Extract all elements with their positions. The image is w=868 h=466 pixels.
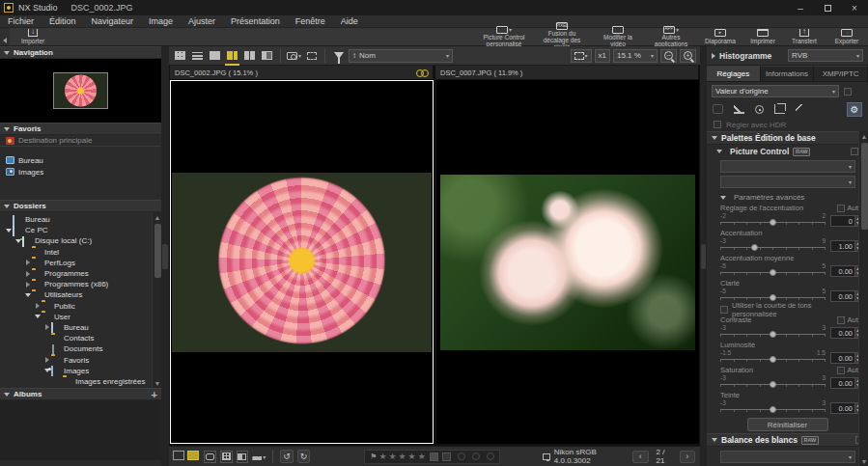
slider-value-input[interactable]: 0.00 xyxy=(830,327,855,339)
tab-informations[interactable]: Informations xyxy=(761,66,815,81)
star-icon[interactable]: ★ xyxy=(388,452,396,461)
rotate-right-button[interactable]: ↻ xyxy=(297,450,311,463)
sort-dropdown[interactable]: ↕ Nom ▾ xyxy=(349,49,453,63)
tree-item-intel[interactable]: Intel xyxy=(0,247,152,258)
splitter-grip[interactable] xyxy=(162,244,168,269)
slider-value-input[interactable]: 1.00 xyxy=(830,240,855,252)
tab-xmp-iptc[interactable]: XMP/IPTC xyxy=(814,66,868,81)
scroll-up-icon[interactable]: ▲ xyxy=(153,212,161,222)
thumbnail-grid-view-button[interactable] xyxy=(173,49,187,62)
expand-closed-icon[interactable] xyxy=(26,271,30,277)
settings-gear-button[interactable]: ⚙ xyxy=(847,102,862,117)
slider-thumb[interactable] xyxy=(770,406,776,413)
filmstrip-view-button[interactable] xyxy=(225,49,239,62)
scroll-down-icon[interactable]: ▼ xyxy=(859,456,868,466)
star-icon[interactable]: ★ xyxy=(378,452,386,461)
expand-open-icon[interactable] xyxy=(25,293,31,297)
tree-item-user-bureau[interactable]: Bureau xyxy=(0,322,152,333)
list-view-button[interactable] xyxy=(190,49,205,62)
expand-closed-icon[interactable] xyxy=(26,260,30,265)
right-panel-scrollbar[interactable]: ▲ ▼ xyxy=(858,131,868,466)
tree-item-documents[interactable]: Documents xyxy=(0,343,152,354)
auto-checkbox[interactable] xyxy=(837,367,845,374)
menu-edition[interactable]: Édition xyxy=(42,15,84,28)
slider-thumb[interactable] xyxy=(770,219,776,226)
tone-curve-checkbox[interactable] xyxy=(720,306,728,314)
preset-dropdown[interactable]: Valeur d'origine ▾ xyxy=(712,85,839,97)
right-splitter[interactable] xyxy=(700,46,707,466)
channel-dropdown[interactable]: RVB ▾ xyxy=(788,49,863,62)
picture-control-checkbox[interactable] xyxy=(851,148,858,155)
slider-thumb[interactable] xyxy=(770,381,776,388)
pane2-header[interactable]: DSC_0007.JPG ( 11.9% ) xyxy=(435,66,698,79)
expand-closed-icon[interactable] xyxy=(45,357,49,363)
slider-thumb[interactable] xyxy=(770,356,776,363)
slider-track[interactable] xyxy=(720,384,826,385)
label-toggle[interactable] xyxy=(442,452,451,461)
auto-checkbox[interactable] xyxy=(837,316,845,324)
zoom-100-button[interactable]: x1 xyxy=(595,49,610,63)
tree-item-bureau[interactable]: Bureau xyxy=(0,214,152,225)
menu-ajuster[interactable]: Ajuster xyxy=(181,15,223,28)
rotate-left-button[interactable]: ↺ xyxy=(280,450,294,463)
auto-checkbox[interactable] xyxy=(837,205,845,212)
menu-image[interactable]: Image xyxy=(141,15,181,28)
retouch-brush-icon[interactable] xyxy=(734,104,744,114)
info-toggle-button[interactable] xyxy=(204,451,216,463)
albums-panel-header[interactable]: Albums + xyxy=(0,388,161,400)
tree-item-favoris[interactable]: Favoris xyxy=(0,354,152,365)
filter-button[interactable] xyxy=(331,49,346,62)
navigation-panel-header[interactable]: Navigation xyxy=(0,46,161,59)
folder-tree-scrollbar[interactable]: ▲ ▼ xyxy=(152,212,161,388)
picture-control-dropdown-2[interactable]: ▾ xyxy=(720,176,855,188)
slider-thumb[interactable] xyxy=(770,269,776,276)
menu-presentation[interactable]: Présentation xyxy=(223,15,288,28)
pane2[interactable] xyxy=(436,80,699,444)
tree-item-utilisateurs[interactable]: Utilisateurs xyxy=(0,289,152,300)
tree-item-images-enregistrees[interactable]: Images enregistrées xyxy=(0,376,152,387)
tree-item-contacts[interactable]: Contacts xyxy=(0,333,152,343)
favorites-panel-header[interactable]: Favoris xyxy=(0,123,161,135)
import-button[interactable]: ↓ Importer xyxy=(10,28,56,45)
single-view-button[interactable] xyxy=(208,49,222,62)
tab-reglages[interactable]: Réglages xyxy=(707,66,761,81)
white-balance-dropdown[interactable]: ▾ xyxy=(720,451,855,463)
scroll-up-icon[interactable]: ▲ xyxy=(859,131,868,141)
star-icon[interactable]: ★ xyxy=(408,452,416,461)
advanced-params-header[interactable]: Paramètres avancés xyxy=(707,191,868,204)
expand-closed-icon[interactable] xyxy=(45,324,49,330)
edit-video-button[interactable]: Modifier la vidéo xyxy=(592,28,644,45)
restore-button[interactable] xyxy=(814,0,841,15)
slider-value-input[interactable]: 0.00 xyxy=(830,377,855,389)
grid-toggle-button[interactable] xyxy=(220,451,233,463)
zoom-in-button[interactable]: + xyxy=(680,49,696,63)
tree-item-disque-c[interactable]: Disque local (C:) xyxy=(0,235,152,246)
export-button[interactable]: → Exporter xyxy=(826,28,868,45)
expand-closed-icon[interactable] xyxy=(26,282,30,288)
navigation-thumbnail[interactable] xyxy=(53,72,108,109)
star-icon[interactable]: ★ xyxy=(418,452,426,461)
splitter-grip[interactable] xyxy=(701,244,706,269)
add-album-button[interactable]: + xyxy=(152,389,157,400)
histogram-header[interactable]: Histogramme RVB ▾ xyxy=(707,46,868,66)
two-up-view-button[interactable] xyxy=(242,49,257,62)
scrollbar-thumb[interactable] xyxy=(861,143,868,230)
toolbar-collapse-button[interactable] xyxy=(0,28,10,45)
menu-aide[interactable]: Aide xyxy=(333,15,366,28)
scrollbar-thumb[interactable] xyxy=(154,224,161,278)
expand-closed-icon[interactable] xyxy=(36,303,40,309)
camera-compare-button[interactable]: ▾ xyxy=(287,49,301,62)
slider-track[interactable] xyxy=(720,222,826,223)
menu-fenetre[interactable]: Fenêtre xyxy=(288,15,333,28)
slideshow-button[interactable]: ▸ Diaporama xyxy=(698,28,742,45)
tree-item-public[interactable]: Public xyxy=(0,301,152,312)
tree-item-ce-pc[interactable]: Ce PC xyxy=(0,225,152,235)
next-image-button[interactable]: › xyxy=(680,451,695,463)
color-control-point-icon[interactable] xyxy=(755,105,764,114)
upload-button[interactable]: ↑ Transfert xyxy=(783,28,826,45)
print-button[interactable]: Imprimer xyxy=(742,28,783,45)
slider-thumb[interactable] xyxy=(770,294,776,301)
favorite-item-bureau[interactable]: Bureau xyxy=(0,154,161,166)
label-toggle[interactable] xyxy=(430,452,438,461)
folders-panel-header[interactable]: Dossiers xyxy=(0,200,161,212)
